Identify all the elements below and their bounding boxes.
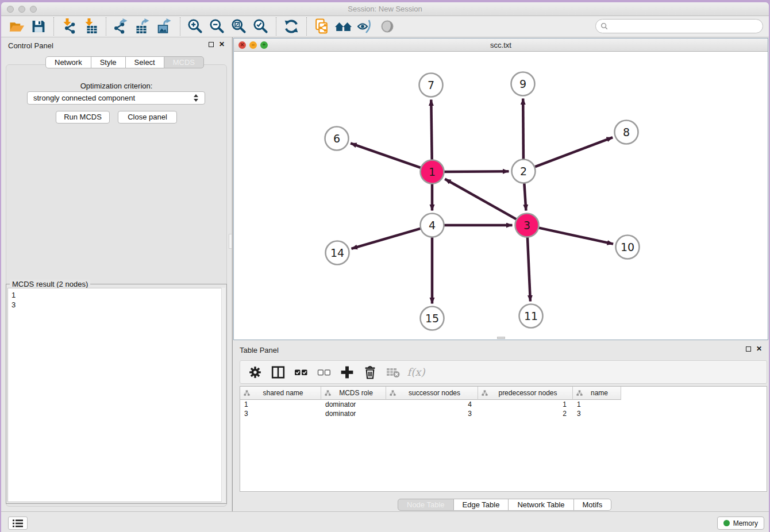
tab-node-table[interactable]: Node Table (398, 499, 454, 511)
table-row[interactable]: 1dominator411 (240, 400, 767, 409)
clone-network-icon[interactable] (311, 17, 333, 36)
graph-node-2[interactable]: 2 (512, 160, 536, 183)
graph-edge-2-3[interactable] (524, 183, 526, 211)
close-table-panel-icon[interactable]: ✕ (756, 346, 762, 352)
network-canvas[interactable]: 1234678910111415 (234, 52, 768, 340)
search-input[interactable] (608, 22, 763, 30)
column-type-icon (482, 390, 488, 396)
graph-node-7[interactable]: 7 (419, 74, 443, 97)
network-window-title: scc.txt (234, 41, 768, 49)
panel-divider-handle[interactable] (229, 234, 232, 249)
zoom-out-icon[interactable] (206, 17, 228, 36)
settings-gear-icon[interactable] (245, 364, 265, 381)
tab-mcds[interactable]: MCDS (164, 56, 204, 68)
export-image-icon[interactable] (154, 17, 176, 36)
save-session-icon[interactable] (28, 17, 49, 36)
table-panel: Table Panel ✕ f(x) shared nameMCDS roles… (233, 342, 769, 511)
zoom-in-icon[interactable] (184, 17, 206, 36)
select-all-icon[interactable] (291, 364, 311, 381)
table-panel-title: Table Panel (240, 346, 279, 354)
run-mcds-button[interactable]: Run MCDS (56, 111, 110, 124)
delete-table-icon (383, 364, 403, 381)
function-builder-icon: f(x) (406, 364, 426, 381)
graph-node-4[interactable]: 4 (421, 214, 444, 237)
svg-text:9: 9 (519, 78, 526, 90)
table-cell: 3 (573, 409, 621, 418)
tab-style[interactable]: Style (91, 56, 126, 68)
table-panel-header: Table Panel ✕ (233, 342, 769, 357)
delete-column-icon[interactable] (360, 364, 380, 381)
column-header-predecessor-nodes[interactable]: predecessor nodes (478, 387, 573, 400)
graph-edge-3-1[interactable] (445, 179, 517, 219)
search-box[interactable] (595, 19, 763, 33)
float-table-panel-icon[interactable] (746, 346, 751, 352)
table-row[interactable]: 3dominator323 (240, 409, 767, 418)
tab-select[interactable]: Select (125, 56, 164, 68)
graph-edge-3-10[interactable] (538, 228, 613, 244)
canvas-splitter-handle[interactable] (497, 337, 505, 339)
graph-node-1[interactable]: 1 (421, 160, 444, 184)
show-all-icon (376, 17, 398, 36)
svg-text:11: 11 (524, 310, 538, 322)
close-panel-icon[interactable]: ✕ (219, 41, 225, 47)
graph-node-6[interactable]: 6 (325, 127, 349, 151)
graph-node-11[interactable]: 11 (519, 304, 543, 328)
column-type-icon (244, 390, 250, 396)
deselect-all-icon[interactable] (314, 364, 334, 381)
graph-edge-2-8[interactable] (534, 137, 613, 167)
graph-edge-4-14[interactable] (352, 229, 421, 249)
column-header-successor-nodes[interactable]: successor nodes (386, 387, 478, 400)
import-table-icon[interactable] (80, 17, 102, 36)
tab-edge-table[interactable]: Edge Table (453, 499, 509, 511)
graph-node-15[interactable]: 15 (421, 307, 444, 330)
criterion-dropdown[interactable]: strongly connected component (27, 91, 205, 105)
graph-node-9[interactable]: 9 (511, 72, 535, 96)
toolbar-separator (106, 17, 106, 36)
column-header-MCDS-role[interactable]: MCDS role (321, 387, 386, 400)
svg-text:3: 3 (523, 219, 530, 232)
result-scrollbar[interactable] (221, 288, 225, 502)
zoom-selected-icon[interactable] (250, 17, 272, 36)
mcds-result-text[interactable]: 1 3 (7, 288, 225, 502)
tab-network-table[interactable]: Network Table (508, 499, 573, 511)
close-panel-button[interactable]: Close panel (118, 111, 177, 124)
svg-text:2: 2 (520, 165, 527, 178)
svg-text:14: 14 (330, 246, 344, 259)
graph-edge-1-6[interactable] (351, 143, 421, 168)
column-header-name[interactable]: name (573, 387, 621, 400)
app-window: Session: New Session Control Panel ✕ Net… (1, 2, 769, 532)
refresh-layout-icon[interactable] (280, 17, 302, 36)
export-network-icon[interactable] (110, 17, 132, 36)
graph-node-14[interactable]: 14 (326, 241, 349, 265)
table-cell: 1 (478, 400, 573, 409)
graph-edge-2-9[interactable] (523, 99, 523, 160)
add-column-icon[interactable] (337, 364, 357, 381)
graph-node-3[interactable]: 3 (515, 214, 539, 237)
tab-network[interactable]: Network (45, 56, 91, 68)
toolbar-separator (306, 17, 307, 36)
column-header-shared-name[interactable]: shared name (240, 387, 321, 400)
memory-button[interactable]: Memory (717, 516, 764, 530)
svg-text:1: 1 (429, 165, 436, 178)
graph-edge-1-2[interactable] (444, 171, 509, 172)
task-history-button[interactable] (8, 516, 28, 530)
graph-node-10[interactable]: 10 (616, 236, 640, 259)
split-columns-icon[interactable] (268, 364, 288, 381)
tab-motifs[interactable]: Motifs (573, 499, 612, 511)
mcds-result-title: MCDS result (2 nodes) (10, 280, 90, 288)
graph-edge-3-11[interactable] (528, 237, 530, 302)
main-toolbar (1, 16, 769, 37)
open-session-icon[interactable] (6, 17, 28, 36)
first-neighbors-icon[interactable] (333, 17, 355, 36)
list-icon (12, 519, 24, 528)
graph-node-8[interactable]: 8 (615, 121, 638, 144)
import-network-icon[interactable] (58, 17, 80, 36)
table-cell: 1 (573, 400, 621, 409)
float-panel-icon[interactable] (209, 42, 214, 47)
export-table-icon[interactable] (132, 17, 154, 36)
svg-text:7: 7 (428, 79, 434, 91)
hide-selected-icon[interactable] (355, 17, 376, 36)
table-cell: 3 (386, 409, 478, 418)
graph-edge-1-7[interactable] (431, 100, 432, 160)
zoom-fit-icon[interactable] (228, 17, 250, 36)
